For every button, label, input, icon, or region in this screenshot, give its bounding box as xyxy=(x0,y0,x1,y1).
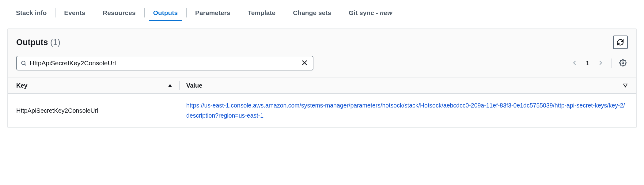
table-header: Key Value xyxy=(8,77,636,94)
tab-git-sync[interactable]: Git sync - new xyxy=(340,5,401,21)
panel-title-row: Outputs (1) xyxy=(16,36,628,49)
tab-change-sets[interactable]: Change sets xyxy=(284,5,340,21)
next-page-button[interactable] xyxy=(596,58,605,68)
tab-template[interactable]: Template xyxy=(239,5,284,21)
current-page: 1 xyxy=(586,59,589,67)
column-header-value[interactable]: Value xyxy=(186,82,628,89)
column-divider xyxy=(179,81,180,90)
column-header-key[interactable]: Key xyxy=(16,82,172,89)
tab-events[interactable]: Events xyxy=(55,5,94,21)
sort-asc-icon xyxy=(168,83,172,88)
prev-page-button[interactable] xyxy=(570,58,579,68)
tab-stack-info[interactable]: Stack info xyxy=(7,5,55,21)
search-row: 1 xyxy=(16,56,628,70)
chevron-right-icon xyxy=(597,59,604,66)
search-input[interactable] xyxy=(30,59,300,67)
tab-resources[interactable]: Resources xyxy=(94,5,144,21)
gear-icon xyxy=(619,59,627,66)
output-value-cell: https://us-east-1.console.aws.amazon.com… xyxy=(186,100,628,121)
search-icon xyxy=(21,60,27,66)
table-row: HttpApiSecretKey2ConsoleUrl https://us-e… xyxy=(8,94,636,127)
pagination: 1 xyxy=(570,58,605,68)
panel-title: Outputs (1) xyxy=(16,38,60,47)
svg-marker-6 xyxy=(623,84,627,87)
tab-outputs[interactable]: Outputs xyxy=(145,5,186,21)
panel-header: Outputs (1) xyxy=(8,29,636,77)
pagination-area: 1 xyxy=(570,58,628,69)
tab-parameters[interactable]: Parameters xyxy=(187,5,239,21)
table-settings-button[interactable] xyxy=(618,58,628,69)
output-key-cell: HttpApiSecretKey2ConsoleUrl xyxy=(16,107,172,114)
refresh-button[interactable] xyxy=(613,36,628,49)
close-icon xyxy=(301,59,308,66)
refresh-icon xyxy=(617,39,624,46)
pager-separator xyxy=(612,59,612,68)
outputs-panel: Outputs (1) xyxy=(7,28,637,128)
tabs-nav: Stack info Events Resources Outputs Para… xyxy=(7,5,637,21)
svg-point-4 xyxy=(622,62,624,64)
sort-desc-icon xyxy=(623,83,628,88)
output-value-link[interactable]: https://us-east-1.console.aws.amazon.com… xyxy=(186,102,625,119)
svg-marker-5 xyxy=(168,84,172,87)
chevron-left-icon xyxy=(571,59,578,66)
svg-line-1 xyxy=(25,64,26,65)
search-box xyxy=(16,56,313,70)
clear-search-button[interactable] xyxy=(300,58,309,68)
